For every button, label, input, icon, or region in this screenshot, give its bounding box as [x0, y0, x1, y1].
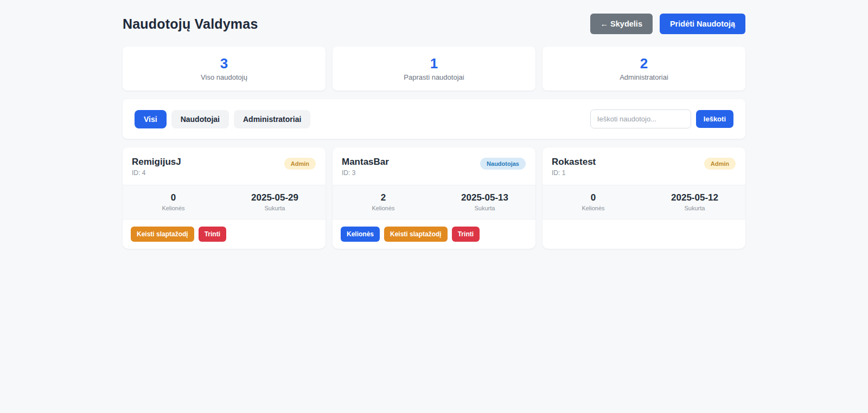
role-badge: Admin — [284, 158, 316, 170]
filter-bar: Visi Naudotojai Administratoriai Ieškoti — [123, 99, 745, 139]
trips-value: 0 — [542, 192, 644, 203]
trips-label: Kelionės — [333, 205, 434, 211]
search-button[interactable]: Ieškoti — [696, 110, 733, 128]
user-card-actions: Keisti slaptažodį Trinti — [123, 220, 326, 249]
created-value: 2025-05-13 — [434, 192, 535, 203]
user-id: ID: 4 — [132, 169, 181, 177]
user-identity: MantasBar ID: 3 — [342, 157, 389, 177]
stat-label-regular: Paprasti naudotojai — [404, 73, 464, 81]
stat-label-admins: Administratoriai — [620, 73, 668, 81]
role-badge: Naudotojas — [480, 158, 526, 170]
user-trips-stat: 0 Kelionės — [123, 192, 224, 211]
trips-value: 0 — [123, 192, 224, 203]
user-identity: RemigijusJ ID: 4 — [132, 157, 181, 177]
tab-users[interactable]: Naudotojai — [171, 110, 229, 128]
stat-label-total: Viso naudotojų — [201, 73, 247, 81]
users-row: RemigijusJ ID: 4 Admin 0 Kelionės 2025-0… — [123, 147, 745, 249]
user-name: RemigijusJ — [132, 157, 181, 167]
user-card-header: Rokastest ID: 1 Admin — [542, 147, 745, 185]
created-value: 2025-05-12 — [644, 192, 745, 203]
user-identity: Rokastest ID: 1 — [552, 157, 596, 177]
user-card: Rokastest ID: 1 Admin 0 Kelionės 2025-05… — [542, 147, 745, 249]
tab-all[interactable]: Visi — [135, 110, 167, 128]
user-card-header: MantasBar ID: 3 Naudotojas — [333, 147, 535, 185]
user-card-header: RemigijusJ ID: 4 Admin — [123, 147, 326, 185]
header-actions: ← Skydelis Pridėti Naudotoją — [590, 14, 745, 34]
user-created-stat: 2025-05-29 Sukurta — [224, 192, 326, 211]
change-password-button[interactable]: Keisti slaptažodį — [131, 227, 194, 242]
user-trips-stat: 0 Kelionės — [542, 192, 644, 211]
search-input[interactable] — [590, 109, 691, 128]
user-id: ID: 1 — [552, 169, 596, 177]
stat-value-admins: 2 — [640, 56, 648, 72]
user-name: Rokastest — [552, 157, 596, 167]
page-header: Naudotojų Valdymas ← Skydelis Pridėti Na… — [123, 14, 745, 34]
stats-row: 3 Viso naudotojų 1 Paprasti naudotojai 2… — [123, 47, 745, 91]
search-group: Ieškoti — [590, 109, 733, 128]
stat-card-regular-users: 1 Paprasti naudotojai — [333, 47, 535, 91]
created-label: Sukurta — [644, 205, 745, 211]
user-trips-stat: 2 Kelionės — [333, 192, 434, 211]
back-to-dashboard-button[interactable]: ← Skydelis — [590, 14, 653, 34]
created-label: Sukurta — [434, 205, 535, 211]
trips-value: 2 — [333, 192, 434, 203]
trips-button[interactable]: Kelionės — [341, 227, 380, 242]
created-label: Sukurta — [224, 205, 326, 211]
trips-label: Kelionės — [123, 205, 224, 211]
add-user-button[interactable]: Pridėti Naudotoją — [660, 14, 745, 34]
user-created-stat: 2025-05-12 Sukurta — [644, 192, 745, 211]
user-created-stat: 2025-05-13 Sukurta — [434, 192, 535, 211]
role-badge: Admin — [704, 158, 736, 170]
user-name: MantasBar — [342, 157, 389, 167]
stat-card-admins: 2 Administratoriai — [542, 47, 745, 91]
user-id: ID: 3 — [342, 169, 389, 177]
user-card-stats: 0 Kelionės 2025-05-29 Sukurta — [123, 185, 326, 220]
delete-user-button[interactable]: Trinti — [199, 227, 226, 242]
delete-user-button[interactable]: Trinti — [452, 227, 480, 242]
stat-value-regular: 1 — [430, 56, 438, 72]
user-card-stats: 0 Kelionės 2025-05-12 Sukurta — [542, 185, 745, 220]
page-title: Naudotojų Valdymas — [123, 16, 258, 32]
tab-admins[interactable]: Administratoriai — [234, 110, 310, 128]
user-card: MantasBar ID: 3 Naudotojas 2 Kelionės 20… — [333, 147, 535, 249]
user-card-actions — [542, 220, 745, 249]
filter-tabs: Visi Naudotojai Administratoriai — [135, 110, 310, 128]
user-card-actions: Kelionės Keisti slaptažodį Trinti — [333, 220, 535, 249]
change-password-button[interactable]: Keisti slaptažodį — [384, 227, 448, 242]
user-card-stats: 2 Kelionės 2025-05-13 Sukurta — [333, 185, 535, 220]
user-card: RemigijusJ ID: 4 Admin 0 Kelionės 2025-0… — [123, 147, 326, 249]
main-container: Naudotojų Valdymas ← Skydelis Pridėti Na… — [123, 0, 745, 249]
trips-label: Kelionės — [542, 205, 644, 211]
created-value: 2025-05-29 — [224, 192, 326, 203]
stat-value-total: 3 — [220, 56, 228, 72]
stat-card-total-users: 3 Viso naudotojų — [123, 47, 326, 91]
